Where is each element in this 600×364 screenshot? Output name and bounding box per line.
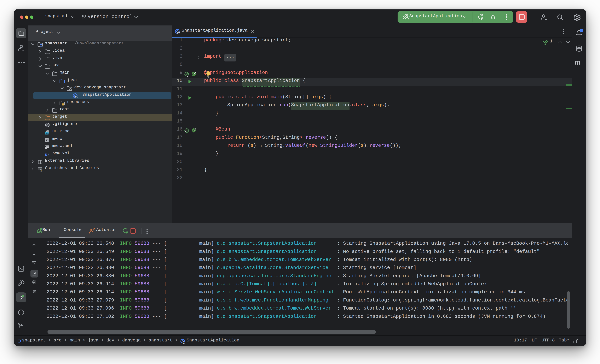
svg-text:m: m	[45, 152, 49, 157]
svg-text:MD: MD	[46, 133, 48, 135]
